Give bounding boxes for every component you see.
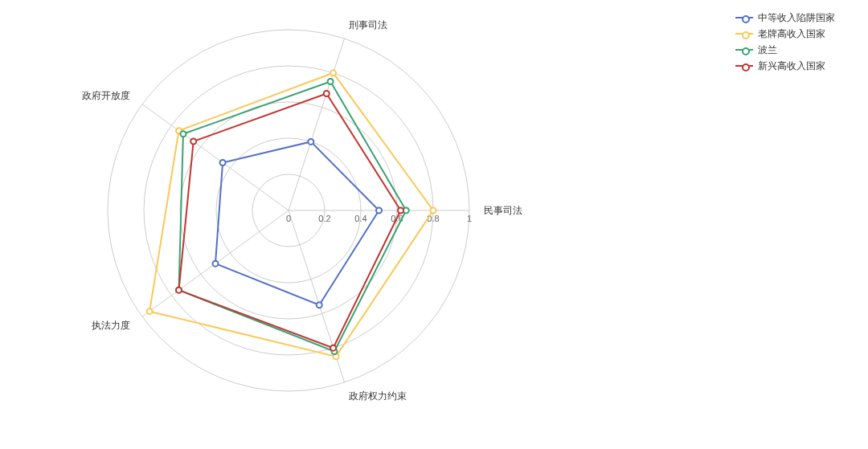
data-point[interactable] [190, 139, 196, 145]
data-point[interactable] [147, 308, 153, 314]
data-point[interactable] [212, 261, 218, 267]
data-point[interactable] [328, 79, 334, 84]
legend-item[interactable]: 中等收入陷阱国家 [735, 10, 835, 26]
tick-label: 0.8 [427, 214, 439, 223]
series-line[interactable] [178, 82, 406, 352]
legend-label: 老牌高收入国家 [758, 27, 825, 41]
legend-marker-icon [742, 15, 750, 23]
axis-label: 刑事司法 [349, 19, 387, 31]
data-point[interactable] [398, 208, 403, 214]
legend-swatch [735, 65, 753, 67]
data-point[interactable] [308, 139, 313, 145]
legend-marker-icon [742, 47, 750, 55]
axis-label: 政府开放度 [82, 90, 130, 101]
tick-label: 0.4 [354, 214, 366, 223]
tick-label: 1 [467, 214, 472, 223]
legend-swatch [735, 33, 753, 35]
data-point[interactable] [431, 208, 436, 214]
axis-line [289, 39, 345, 210]
data-point[interactable] [330, 345, 336, 351]
legend-item[interactable]: 新兴高收入国家 [735, 58, 835, 74]
legend: 中等收入陷阱国家老牌高收入国家波兰新兴高收入国家 [735, 10, 835, 74]
data-point[interactable] [176, 288, 182, 293]
axis-label: 政府权力约束 [349, 390, 407, 402]
data-point[interactable] [180, 131, 186, 137]
radar-chart-container: 民事司法刑事司法政府开放度执法力度政府权力约束00.20.40.60.81 中等… [0, 0, 868, 449]
legend-marker-icon [742, 63, 750, 71]
legend-item[interactable]: 波兰 [735, 42, 835, 58]
data-point[interactable] [317, 302, 322, 308]
legend-label: 新兴高收入国家 [758, 59, 825, 73]
tick-label: 0 [286, 214, 291, 223]
axis-line [142, 104, 289, 210]
data-point[interactable] [324, 91, 330, 96]
radar-chart: 民事司法刑事司法政府开放度执法力度政府权力约束00.20.40.60.81 [0, 0, 579, 449]
legend-item[interactable]: 老牌高收入国家 [735, 26, 835, 42]
axis-label: 执法力度 [92, 320, 130, 331]
legend-marker-icon [742, 31, 750, 39]
legend-label: 中等收入陷阱国家 [758, 11, 835, 25]
legend-swatch [735, 49, 753, 51]
legend-label: 波兰 [758, 43, 777, 57]
data-point[interactable] [220, 160, 226, 165]
data-point[interactable] [376, 208, 382, 214]
legend-swatch [735, 17, 753, 18]
data-point[interactable] [330, 70, 336, 76]
axis-label: 民事司法 [484, 205, 522, 216]
tick-label: 0.2 [318, 214, 330, 223]
series-line[interactable] [215, 141, 379, 304]
